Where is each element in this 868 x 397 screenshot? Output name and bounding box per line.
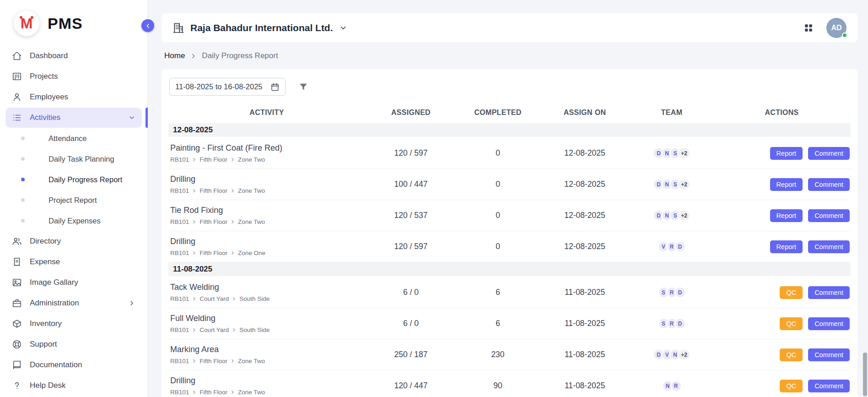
assigned-value: 6 / 0: [365, 288, 457, 297]
list-icon: [12, 113, 22, 123]
qc-button[interactable]: QC: [780, 380, 803, 392]
box-icon: [12, 319, 22, 329]
report-button[interactable]: Report: [770, 209, 803, 222]
column-header-team: TEAM: [631, 109, 713, 117]
comment-button[interactable]: Comment: [808, 209, 850, 222]
user-icon: [12, 92, 22, 102]
activity-title[interactable]: Tie Rod Fixing: [170, 206, 365, 215]
qc-button[interactable]: QC: [780, 317, 803, 330]
completed-value: 6: [457, 288, 539, 297]
sidebar-item-image-gallary[interactable]: Image Gallary: [5, 272, 142, 293]
qc-button[interactable]: QC: [780, 348, 803, 361]
assign-on-value: 12-08-2025: [539, 148, 631, 158]
sidebar-subitem-daily-expenses[interactable]: Daily Expenses: [5, 211, 142, 231]
activity-title[interactable]: Full Welding: [170, 314, 365, 323]
bullet-icon: [21, 178, 25, 181]
comment-button[interactable]: Comment: [808, 147, 850, 160]
comment-button[interactable]: Comment: [808, 317, 850, 330]
kanban-icon: [12, 71, 22, 82]
team-avatar[interactable]: R: [670, 380, 682, 392]
report-button[interactable]: Report: [770, 240, 803, 253]
path-floor: Fifth Floor: [199, 250, 227, 256]
activity-title[interactable]: Drilling: [170, 237, 365, 246]
team-avatar[interactable]: D: [674, 241, 686, 252]
chevron-right-icon: [190, 53, 196, 59]
calendar-icon[interactable]: [270, 82, 280, 92]
comment-button[interactable]: Comment: [808, 240, 850, 253]
sidebar-item-dashboard[interactable]: Dashboard: [5, 46, 142, 66]
bullet-icon: [21, 219, 25, 223]
comment-button[interactable]: Comment: [808, 178, 850, 191]
sidebar: M PMS Dashboard Projects Employees: [0, 0, 148, 397]
user-avatar[interactable]: AD: [826, 18, 846, 38]
team-avatar-more[interactable]: +2: [678, 349, 690, 360]
sidebar-item-label: Expense: [30, 257, 60, 266]
completed-value: 230: [457, 350, 539, 359]
activity-cell: Drilling RB101 Fifth Floor Zone Two: [168, 174, 365, 194]
completed-value: 0: [457, 242, 539, 251]
comment-button[interactable]: Comment: [808, 286, 850, 299]
sidebar-subitem-daily-progress-report[interactable]: Daily Progress Report: [5, 169, 142, 190]
date-range-input[interactable]: 11-08-2025 to 16-08-2025: [169, 78, 286, 96]
sidebar-item-documentation[interactable]: Documentation: [5, 355, 142, 375]
breadcrumb-current: Daily Progress Report: [202, 51, 278, 60]
report-button[interactable]: Report: [770, 147, 803, 160]
sidebar-subitem-attendance[interactable]: Attendance: [5, 128, 142, 148]
brand-logo-icon: M: [14, 11, 39, 36]
sidebar-item-expense[interactable]: Expense: [5, 252, 142, 272]
activity-title[interactable]: Drilling: [170, 376, 365, 386]
sidebar-item-directory[interactable]: Directory: [5, 231, 142, 251]
team-avatar[interactable]: D: [674, 287, 686, 298]
qc-button[interactable]: QC: [780, 286, 803, 299]
filter-funnel-icon[interactable]: [298, 82, 308, 92]
team-avatar-more[interactable]: +2: [678, 210, 690, 221]
team-avatar[interactable]: D: [674, 318, 686, 329]
assign-on-value: 12-08-2025: [539, 179, 631, 189]
sidebar-item-projects[interactable]: Projects: [5, 66, 142, 87]
path-zone: South Side: [239, 295, 270, 302]
sidebar-subitem-label: Attendance: [49, 134, 86, 143]
sidebar-item-inventory[interactable]: Inventory: [5, 314, 142, 334]
activity-cell: Tie Rod Fixing RB101 Fifth Floor Zone Tw…: [168, 206, 365, 225]
vertical-scrollbar-thumb[interactable]: [863, 353, 867, 396]
actions-cell: Report Comment: [713, 178, 851, 191]
activity-cell: Drilling RB101 Fifth Floor Zone One: [168, 237, 365, 256]
comment-button[interactable]: Comment: [808, 348, 850, 361]
team-avatars: D V N +2: [631, 349, 713, 360]
team-avatar-more[interactable]: +2: [678, 147, 690, 159]
company-selector[interactable]: Raja Bahadur International Ltd.: [173, 22, 347, 34]
chevron-right-icon: [192, 220, 196, 224]
sidebar-subitem-daily-task-planning[interactable]: Daily Task Planning: [5, 149, 142, 169]
activity-title[interactable]: Tack Welding: [170, 283, 365, 292]
sidebar-item-employees[interactable]: Employees: [5, 87, 142, 107]
sidebar-item-administration[interactable]: Administration: [5, 293, 142, 313]
path-floor: Fifth Floor: [199, 389, 227, 396]
sidebar-item-label: Dashboard: [30, 51, 68, 60]
breadcrumb-home-link[interactable]: Home: [164, 51, 185, 60]
column-header-assign-on: ASSIGN ON: [539, 109, 631, 117]
chevron-right-icon: [192, 297, 196, 301]
path-floor: Fifth Floor: [199, 187, 227, 194]
chevron-right-icon: [232, 297, 236, 301]
sidebar-item-help-desk[interactable]: Help Desk: [5, 375, 142, 396]
comment-button[interactable]: Comment: [808, 380, 850, 392]
activity-title[interactable]: Painting - First Coat (Fire Red): [170, 143, 365, 153]
activity-title[interactable]: Marking Area: [170, 345, 365, 354]
apps-grid-icon[interactable]: [803, 23, 814, 33]
sidebar-item-activities[interactable]: Activities: [5, 108, 142, 128]
chevron-right-icon: [128, 299, 135, 307]
path-project: RB101: [170, 326, 189, 333]
sidebar-item-support[interactable]: Support: [5, 334, 142, 354]
team-avatar-more[interactable]: +2: [678, 179, 690, 190]
activity-path: RB101 Fifth Floor Zone Two: [170, 358, 365, 364]
report-button[interactable]: Report: [770, 178, 803, 191]
table-row: Painting - First Coat (Fire Red) RB101 F…: [168, 138, 851, 169]
activity-title[interactable]: Drilling: [170, 174, 365, 184]
bullet-icon: [21, 157, 25, 161]
table-row: Drilling RB101 Fifth Floor Zone Two 120 …: [168, 370, 851, 397]
actions-cell: QC Comment: [713, 380, 851, 392]
path-zone: Zone One: [238, 250, 265, 256]
sidebar-subitem-project-report[interactable]: Project Report: [5, 190, 142, 210]
sidebar-item-label: Support: [30, 340, 57, 349]
sidebar-collapse-button[interactable]: [141, 19, 154, 32]
